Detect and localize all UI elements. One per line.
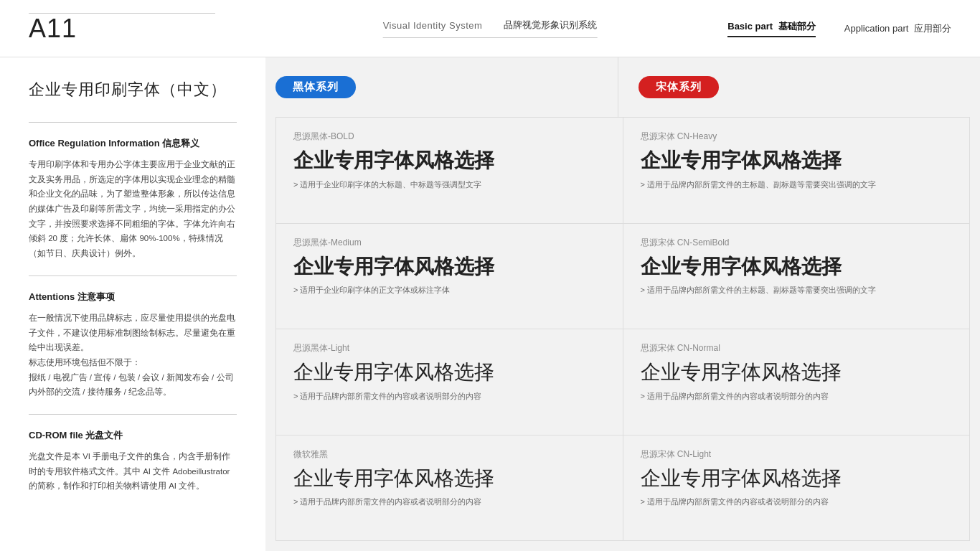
songti-heavy-desc: > 适用于品牌内部所需文件的主标题、副标题等需要突出强调的文字 (641, 179, 953, 192)
font-cell-weiran: 微软雅黑 企业专用字体风格选择 > 适用于品牌内部所需文件的内容或者说明部分的内… (276, 435, 623, 541)
nav-basic[interactable]: Basic part 基础部分 (727, 20, 816, 33)
songti-normal-demo: 企业专用字体风格选择 (641, 360, 953, 385)
heiti-medium-desc: > 适用于企业印刷字体的正文字体或标注字体 (293, 284, 606, 297)
section-body-2: 在一般情况下使用品牌标志，应尽量使用提供的光盘电子文件，不建议使用标准制图绘制标… (29, 311, 237, 400)
heiti-label: 黑体系列 (293, 80, 339, 94)
songti-semibold-name: 思源宋体 CN-SemiBold (641, 237, 953, 249)
section-title-3: CD-ROM file 光盘文件 (29, 429, 237, 442)
vi-label-en: Visual Identity System (383, 20, 483, 31)
font-cell-heiti-medium: 思源黑体-Medium 企业专用字体风格选择 > 适用于企业印刷字体的正文字体或… (276, 224, 623, 329)
songti-label: 宋体系列 (656, 80, 702, 94)
font-cell-songti-heavy: 思源宋体 CN-Heavy 企业专用字体风格选择 > 适用于品牌内部所需文件的主… (623, 118, 970, 223)
heiti-light-name: 思源黑体-Light (293, 342, 606, 354)
font-row-3: 思源黑体-Light 企业专用字体风格选择 > 适用于品牌内部所需文件的内容或者… (276, 329, 969, 435)
heiti-light-demo: 企业专用字体风格选择 (293, 360, 606, 385)
songti-heavy-name: 思源宋体 CN-Heavy (641, 131, 953, 143)
font-content-area: 黑体系列 宋体系列 思源黑体-BOLD 企业专用字体风格选择 > 适用于企业印刷… (265, 57, 980, 551)
heiti-medium-name: 思源黑体-Medium (293, 237, 606, 249)
header-left: A11 (29, 14, 273, 44)
weiran-demo: 企业专用字体风格选择 (293, 466, 606, 491)
vi-label-cn: 品牌视觉形象识别系统 (504, 19, 597, 32)
heiti-bold-demo: 企业专用字体风格选择 (293, 149, 606, 173)
heiti-bold-desc: > 适用于企业印刷字体的大标题、中标题等强调型文字 (293, 179, 606, 192)
heiti-bold-name: 思源黑体-BOLD (293, 131, 606, 143)
songti-light-demo: 企业专用字体风格选择 (641, 466, 953, 491)
songti-light-desc: > 适用于品牌内部所需文件的内容或者说明部分的内容 (641, 496, 953, 509)
section-title-1: Office Regulation Information 信息释义 (29, 137, 237, 150)
sidebar: 企业专用印刷字体（中文） Office Regulation Informati… (0, 57, 265, 551)
section-body-3: 光盘文件是本 VI 手册电子文件的集合，内含手册制作时的专用软件格式文件。其中 … (29, 449, 237, 494)
heiti-light-desc: > 适用于品牌内部所需文件的内容或者说明部分的内容 (293, 390, 606, 403)
nav-application[interactable]: Application part 应用部分 (844, 22, 951, 35)
section-title-2: Attentions 注意事项 (29, 291, 237, 303)
heiti-header-pill: 黑体系列 (275, 76, 356, 98)
font-cell-heiti-light: 思源黑体-Light 企业专用字体风格选择 > 适用于品牌内部所需文件的内容或者… (276, 329, 623, 435)
font-cell-songti-normal: 思源宋体 CN-Normal 企业专用字体风格选择 > 适用于品牌内部所需文件的… (623, 329, 970, 435)
songti-header-pill: 宋体系列 (639, 76, 719, 98)
page-id: A11 (29, 14, 273, 44)
songti-semibold-demo: 企业专用字体风格选择 (641, 255, 953, 279)
sidebar-section-2: Attentions 注意事项 在一般情况下使用品牌标志，应尽量使用提供的光盘电… (29, 291, 237, 400)
songti-normal-name: 思源宋体 CN-Normal (641, 342, 953, 354)
sidebar-title: 企业专用印刷字体（中文） (29, 79, 237, 100)
sidebar-section-3: CD-ROM file 光盘文件 光盘文件是本 VI 手册电子文件的集合，内含手… (29, 429, 237, 494)
songti-heavy-demo: 企业专用字体风格选择 (641, 149, 953, 173)
font-row-1: 思源黑体-BOLD 企业专用字体风格选择 > 适用于企业印刷字体的大标题、中标题… (276, 118, 969, 224)
sidebar-divider-1 (29, 122, 237, 123)
font-row-4: 微软雅黑 企业专用字体风格选择 > 适用于品牌内部所需文件的内容或者说明部分的内… (276, 435, 969, 541)
font-cell-songti-semibold: 思源宋体 CN-SemiBold 企业专用字体风格选择 > 适用于品牌内部所需文… (623, 224, 970, 329)
weiran-name: 微软雅黑 (293, 448, 606, 461)
page-header: A11 Visual Identity System 品牌视觉形象识别系统 Ba… (0, 0, 980, 57)
weiran-desc: > 适用于品牌内部所需文件的内容或者说明部分的内容 (293, 496, 606, 509)
font-row-2: 思源黑体-Medium 企业专用字体风格选择 > 适用于企业印刷字体的正文字体或… (276, 224, 969, 330)
songti-light-name: 思源宋体 CN-Light (641, 448, 953, 461)
sidebar-divider-2 (29, 276, 237, 276)
songti-normal-desc: > 适用于品牌内部所需文件的内容或者说明部分的内容 (641, 390, 953, 403)
main-content: 企业专用印刷字体（中文） Office Regulation Informati… (0, 57, 980, 551)
heiti-medium-demo: 企业专用字体风格选择 (293, 255, 606, 279)
songti-semibold-desc: > 适用于品牌内部所需文件的主标题、副标题等需要突出强调的文字 (641, 284, 953, 297)
sidebar-section-1: Office Regulation Information 信息释义 专用印刷字… (29, 137, 237, 261)
font-cell-songti-light: 思源宋体 CN-Light 企业专用字体风格选择 > 适用于品牌内部所需文件的内… (623, 435, 970, 541)
section-body-1: 专用印刷字体和专用办公字体主要应用于企业文献的正文及实务用品，所选定的字体用以实… (29, 157, 237, 261)
font-cell-heiti-bold: 思源黑体-BOLD 企业专用字体风格选择 > 适用于企业印刷字体的大标题、中标题… (276, 118, 623, 223)
sidebar-divider-3 (29, 414, 237, 415)
header-top-line (29, 13, 215, 14)
